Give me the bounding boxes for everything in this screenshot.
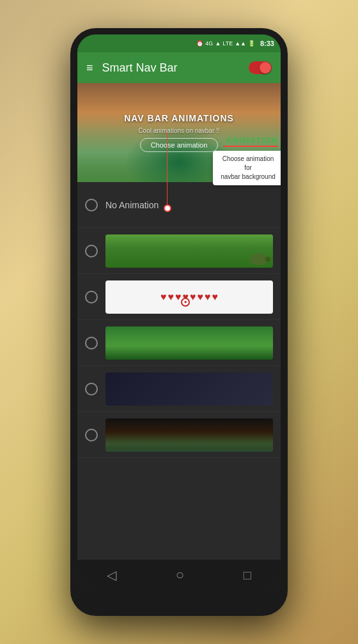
radio-button[interactable]	[85, 429, 98, 441]
nav-bar: ◁ ○ □	[77, 560, 281, 590]
list-item[interactable]	[77, 228, 281, 274]
recent-nav-icon[interactable]: □	[244, 568, 251, 583]
phone-screen: ⏰ 4G ▲ LTE ▲▲ 🔋 8:33 ≡ Smart Nav Bar Nav	[77, 34, 281, 590]
status-bar: ⏰ 4G ▲ LTE ▲▲ 🔋 8:33	[77, 34, 281, 52]
hero-area: Nav Bar Animations Cool animations on na…	[77, 83, 281, 182]
list-item[interactable]	[77, 320, 281, 366]
lte-icon: LTE	[222, 40, 233, 47]
heart-icon: ♥	[198, 291, 204, 303]
heart-icon: ♥	[205, 291, 211, 303]
menu-icon[interactable]: ≡	[86, 61, 93, 75]
tooltip-text-line2: navbar background	[221, 173, 276, 180]
nature-preview-1	[105, 234, 273, 268]
radio-button[interactable]	[85, 199, 98, 211]
item-label: No Animation	[105, 200, 159, 210]
choose-animation-button[interactable]: Choose animation	[140, 138, 219, 152]
list-item[interactable]: ♥ ♥ ♥ ♥ ● ♥ ♥ ♥ ♥	[77, 274, 281, 320]
turtle-preview	[105, 326, 273, 360]
alarm-icon: ⏰	[196, 40, 203, 47]
annotation-dot	[164, 204, 171, 212]
hero-title: Nav Bar Animations	[124, 113, 234, 123]
tooltip-text-line1: Choose animation for	[222, 155, 274, 171]
app-title: Smart Nav Bar	[102, 61, 240, 75]
list-item[interactable]	[77, 412, 281, 458]
app-bar: ≡ Smart Nav Bar	[77, 52, 281, 83]
radio-button[interactable]	[85, 383, 98, 395]
heart-icon: ♥ ●	[183, 291, 189, 303]
fire-preview	[105, 418, 273, 452]
annotation-tooltip: Choose animation for navbar background	[213, 151, 281, 185]
radio-button[interactable]	[85, 245, 98, 257]
annotation-label: ANIMATION	[226, 135, 278, 145]
hearts-preview: ♥ ♥ ♥ ♥ ● ♥ ♥ ♥ ♥	[105, 280, 273, 314]
animation-list: No Animation ♥ ♥	[77, 182, 281, 560]
signal-icon: ▲	[215, 40, 221, 47]
phone-frame: ⏰ 4G ▲ LTE ▲▲ 🔋 8:33 ≡ Smart Nav Bar Nav	[70, 28, 288, 616]
radio-button[interactable]	[85, 337, 98, 349]
hero-subtitle: Cool animations on navbar !!	[138, 127, 219, 134]
heart-icon: ♥	[160, 291, 167, 303]
dark-preview	[105, 372, 273, 406]
annotation-line	[167, 131, 167, 208]
heart-icon: ♥	[175, 291, 182, 303]
toggle-knob	[260, 62, 271, 73]
power-toggle[interactable]	[249, 61, 272, 74]
heart-icon: ♥	[190, 291, 196, 303]
network-icon: 4G	[205, 40, 213, 47]
home-nav-icon[interactable]: ○	[176, 567, 184, 583]
list-item[interactable]: No Animation	[77, 182, 281, 228]
radio-button[interactable]	[85, 291, 98, 303]
status-time: 8:33	[260, 40, 274, 47]
heart-icon: ♥	[168, 291, 175, 303]
annotation-underline	[223, 146, 278, 147]
back-nav-icon[interactable]: ◁	[107, 567, 116, 583]
status-icons: ⏰ 4G ▲ LTE ▲▲ 🔋	[196, 40, 255, 47]
signal-bars-icon: ▲▲	[235, 40, 246, 47]
battery-icon: 🔋	[248, 40, 255, 47]
list-item[interactable]	[77, 366, 281, 412]
heart-icon: ♥	[212, 291, 219, 303]
